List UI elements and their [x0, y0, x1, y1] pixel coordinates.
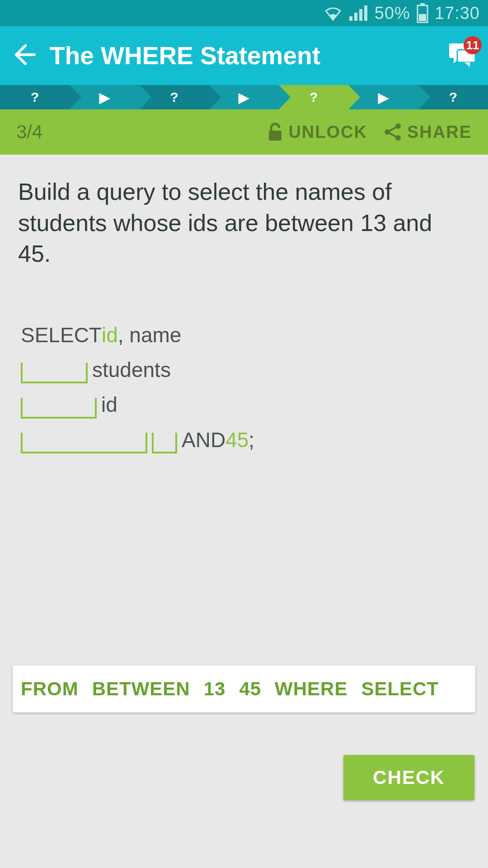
content-area: Build a query to select the names of stu… — [0, 155, 488, 456]
share-button[interactable]: SHARE — [384, 123, 472, 142]
battery-percent: 50% — [375, 4, 410, 23]
status-bar: 50% 17:30 — [0, 0, 488, 26]
filled-word: 45 — [225, 424, 249, 456]
code-line-4: AND 45; — [21, 424, 467, 456]
svg-rect-1 — [354, 13, 357, 21]
word-chip[interactable]: WHERE — [275, 678, 347, 700]
svg-rect-2 — [359, 9, 362, 21]
filled-word: id — [102, 319, 118, 351]
blank-slot[interactable] — [152, 433, 177, 453]
unlock-label: UNLOCK — [288, 123, 367, 142]
back-arrow-icon[interactable] — [12, 42, 37, 69]
code-exercise: SELECT id, name students id AND 45; — [18, 319, 470, 456]
lock-icon — [267, 123, 284, 142]
battery-icon — [417, 3, 428, 23]
signal-icon — [349, 5, 368, 22]
code-text: ; — [249, 424, 254, 456]
word-chip[interactable]: 13 — [204, 678, 226, 700]
code-text: students — [92, 354, 171, 386]
progress-steps: ? ▶ ? ▶ ? ▶ ? — [0, 85, 488, 109]
check-label: CHECK — [373, 767, 445, 788]
step-1[interactable]: ? — [0, 85, 70, 109]
blank-slot[interactable] — [21, 433, 147, 453]
svg-rect-3 — [364, 5, 367, 21]
notification-badge: 11 — [464, 36, 482, 54]
unlock-button[interactable]: UNLOCK — [267, 123, 367, 142]
code-line-3: id — [21, 389, 467, 421]
share-icon — [384, 123, 403, 142]
code-line-2: students — [21, 354, 467, 386]
word-chip[interactable]: SELECT — [361, 678, 439, 700]
question-counter: 3/4 — [16, 121, 250, 143]
code-text: , name — [118, 319, 182, 351]
page-title: The WHERE Statement — [50, 41, 434, 70]
word-chip[interactable]: BETWEEN — [92, 678, 190, 700]
blank-slot[interactable] — [21, 363, 88, 383]
question-text: Build a query to select the names of stu… — [18, 176, 470, 269]
app-header: The WHERE Statement 11 — [0, 26, 488, 85]
wifi-icon — [323, 5, 343, 22]
svg-rect-6 — [419, 14, 426, 21]
word-chip[interactable]: FROM — [21, 678, 79, 700]
clock: 17:30 — [435, 4, 480, 23]
code-text: AND — [182, 424, 225, 456]
comments-icon[interactable]: 11 — [446, 42, 476, 70]
svg-rect-0 — [349, 16, 352, 21]
blank-slot[interactable] — [21, 398, 97, 419]
word-bank: FROM BETWEEN 13 45 WHERE SELECT — [13, 665, 475, 712]
code-line-1: SELECT id, name — [21, 319, 467, 351]
check-button[interactable]: CHECK — [343, 755, 474, 800]
word-chip[interactable]: 45 — [239, 678, 261, 700]
code-text: id — [101, 389, 117, 421]
share-label: SHARE — [407, 123, 472, 142]
code-keyword: SELECT — [21, 319, 102, 351]
sub-bar: 3/4 UNLOCK SHARE — [0, 109, 488, 155]
svg-rect-9 — [269, 131, 282, 141]
